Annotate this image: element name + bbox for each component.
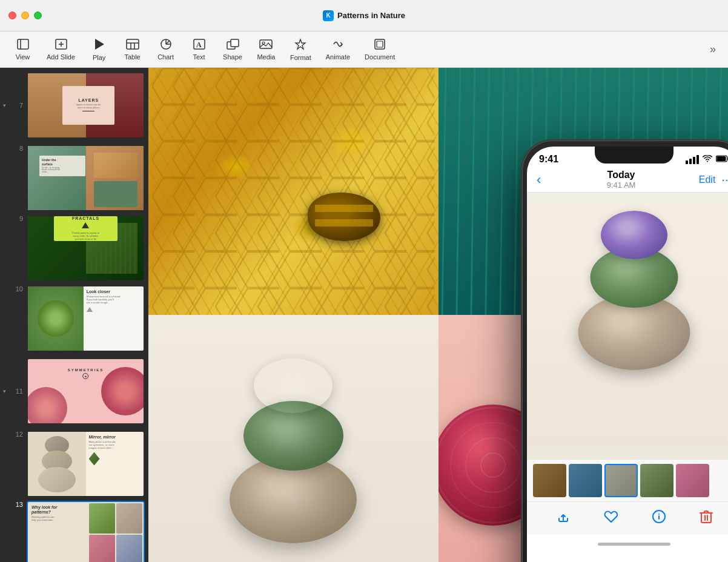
slide-thumb-12[interactable]: Mirror, mirror Many plants and animalsar… — [27, 431, 145, 497]
svg-line-27 — [485, 68, 489, 315]
photos-bottom-bar — [527, 501, 728, 535]
slide-group-8: 8 Under the surface Go fish – as everyon… — [0, 143, 148, 213]
iphone-notch — [595, 147, 673, 164]
slide-number-9: 9 — [8, 215, 27, 222]
format-icon — [294, 38, 306, 52]
signal-bar-1 — [686, 160, 688, 164]
back-button[interactable]: ‹ — [537, 173, 541, 187]
svg-line-26 — [471, 68, 474, 315]
svg-rect-17 — [260, 40, 272, 48]
signal-bars — [686, 155, 699, 164]
info-button[interactable] — [652, 509, 666, 527]
toolbar-table[interactable]: Table — [116, 36, 149, 63]
play-label: Play — [93, 54, 105, 61]
signal-bar-2 — [689, 159, 692, 164]
svg-line-24 — [442, 68, 445, 315]
slide-group-13: 13 Why look forpatterns? Noticing patter… — [0, 499, 148, 562]
media-icon — [259, 39, 273, 51]
collapse-toggle-7[interactable]: ▾ — [0, 102, 8, 108]
toolbar-document[interactable]: Document — [357, 36, 402, 63]
toolbar-format[interactable]: Format — [283, 36, 319, 64]
svg-line-28 — [500, 68, 503, 315]
thumbnail-3[interactable] — [604, 464, 638, 497]
animate-label: Animate — [326, 53, 350, 61]
photos-more-button[interactable]: ··· — [721, 173, 728, 187]
toolbar-view[interactable]: View — [6, 36, 39, 63]
add-slide-icon — [55, 39, 67, 51]
slide-thumb-8[interactable]: Under the surface Go fish – as everyonek… — [27, 145, 145, 211]
collapse-toggle-11[interactable]: ▾ — [0, 388, 8, 394]
battery-icon — [716, 155, 728, 164]
toolbar-shape[interactable]: Shape — [216, 36, 250, 63]
thumbnail-4[interactable] — [640, 464, 673, 497]
slide-thumb-10[interactable]: Look closer Romanesco broccoli is a frac… — [27, 285, 145, 352]
iphone-body: 9:41 — [522, 140, 728, 562]
svg-rect-23 — [152, 68, 434, 315]
text-icon: A — [193, 39, 205, 51]
home-indicator — [527, 535, 728, 553]
slide-number-13: 13 — [8, 501, 27, 508]
canvas-area: 9:41 — [148, 68, 728, 562]
svg-line-29 — [514, 68, 518, 315]
slide-panel: ▾ 7 LAYERS layers in nature can beseen i… — [0, 68, 148, 562]
canvas-cell-urchins — [148, 315, 438, 562]
iphone-screen: 9:41 — [527, 147, 728, 562]
toolbar-animate[interactable]: Animate — [319, 36, 357, 63]
thumbnail-5[interactable] — [676, 464, 709, 497]
iphone-device: 9:41 — [522, 140, 728, 562]
close-button[interactable] — [8, 12, 16, 19]
slide-row-7[interactable]: ▾ 7 LAYERS layers in nature can beseen i… — [0, 70, 148, 141]
photos-time-subtitle: 9:41 AM — [543, 180, 698, 190]
format-label: Format — [290, 54, 311, 61]
table-label: Table — [124, 53, 140, 61]
document-label: Document — [365, 53, 395, 61]
photos-edit-button[interactable]: Edit — [699, 174, 716, 185]
toolbar-chart[interactable]: Chart — [149, 36, 182, 63]
toolbar-media[interactable]: Media — [250, 36, 283, 63]
view-icon — [17, 39, 29, 51]
svg-point-52 — [481, 453, 505, 477]
svg-rect-59 — [701, 513, 711, 523]
canvas-cell-bee — [148, 68, 438, 315]
toolbar: View Add Slide Play Table — [0, 31, 728, 68]
slide-number-7: 7 — [8, 102, 27, 109]
slide-number-8: 8 — [8, 145, 27, 152]
delete-button[interactable] — [700, 509, 713, 527]
photos-date-title: Today — [543, 170, 698, 180]
slide-thumb-9[interactable]: FRACTALS Fractal patterns repeat atevery… — [27, 215, 145, 282]
minimize-button[interactable] — [21, 12, 29, 19]
thumbnail-2[interactable] — [569, 464, 602, 497]
toolbar-text[interactable]: A Text — [182, 36, 216, 63]
toolbar-add-slide[interactable]: Add Slide — [39, 36, 82, 63]
titlebar: K Patterns in Nature — [0, 0, 728, 31]
slide-thumb-7[interactable]: LAYERS layers in nature can beseen in ma… — [27, 72, 145, 139]
document-icon — [374, 39, 386, 51]
toolbar-more-button[interactable]: » — [704, 41, 722, 59]
slide-group-12: 12 Mirror, mirror Many plants and animal… — [0, 429, 148, 499]
window-title: K Patterns in Nature — [323, 10, 405, 21]
iphone-signals — [686, 154, 728, 164]
slide-thumb-11[interactable]: SYMMETRIES ✦ — [27, 358, 145, 425]
text-label: Text — [193, 53, 205, 61]
animate-icon — [332, 39, 344, 51]
maximize-button[interactable] — [34, 12, 42, 19]
share-button[interactable] — [556, 509, 571, 527]
toolbar-play[interactable]: Play — [82, 36, 116, 64]
signal-bar-3 — [693, 157, 695, 164]
view-label: View — [16, 53, 30, 61]
svg-marker-5 — [95, 39, 104, 50]
slide-number-12: 12 — [8, 431, 27, 438]
svg-line-25 — [456, 68, 460, 315]
chart-label: Chart — [157, 53, 174, 61]
shape-icon — [226, 39, 239, 51]
app-icon: K — [323, 10, 334, 21]
shape-label: Shape — [223, 53, 242, 61]
slide-thumb-13[interactable]: Why look forpatterns? Noticing patterns … — [27, 501, 145, 562]
favorite-button[interactable] — [604, 510, 618, 527]
thumbnail-1[interactable] — [533, 464, 566, 497]
media-label: Media — [257, 53, 275, 61]
play-icon — [94, 38, 105, 52]
window-title-text: Patterns in Nature — [337, 11, 405, 20]
slide-row-11[interactable]: ▾ 11 SYMMETRIES ✦ — [0, 355, 148, 427]
slide-number-11: 11 — [8, 388, 27, 395]
